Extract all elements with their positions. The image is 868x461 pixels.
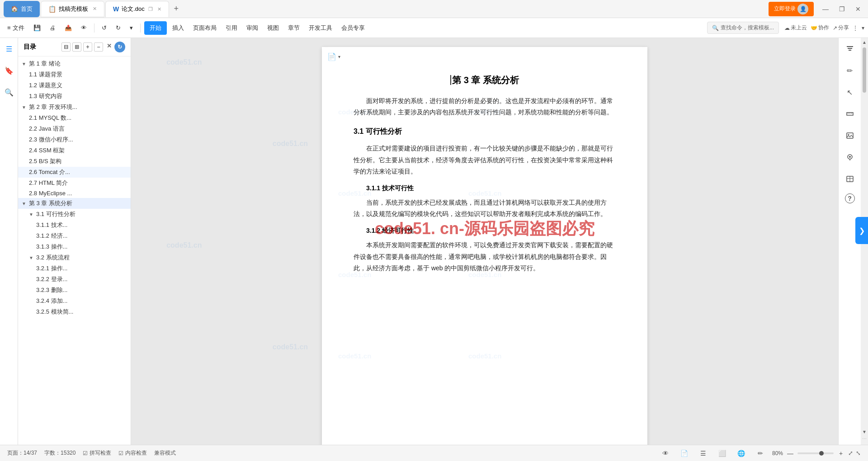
tab-doc[interactable]: W 论文.doc ❐ ✕ (105, 1, 169, 17)
zoom-slider-thumb[interactable] (819, 451, 824, 456)
scroll-thumb[interactable] (863, 47, 866, 93)
cloud-button[interactable]: ☁ 未上云 (784, 24, 807, 32)
collab-button[interactable]: 🤝 协作 (811, 24, 829, 32)
dropdown-button[interactable]: ▾ (126, 21, 137, 35)
toc-3-1-1[interactable]: 3.1.1 技术... (18, 220, 131, 230)
toc-3-1[interactable]: ▼ 3.1 可行性分析 (18, 209, 131, 220)
template-tab-icon: 📋 (48, 5, 56, 13)
restore-button[interactable]: ❐ (835, 3, 848, 15)
review-button[interactable]: 审阅 (243, 21, 262, 35)
undo-button[interactable]: ↺ (98, 21, 110, 35)
sidebar-add[interactable]: + (83, 42, 92, 52)
search-icon-btn[interactable]: 🔍 (2, 85, 16, 99)
toc-2-6[interactable]: 2.6 Tomcat 介... (18, 167, 131, 178)
toc-3-2-4[interactable]: 3.2.4 添加... (18, 296, 131, 306)
share-label: 分享 (838, 24, 849, 32)
file-menu-button[interactable]: ≡ 文件 (4, 21, 28, 35)
add-tab-button[interactable]: + (170, 3, 183, 15)
template-tab-close[interactable]: ✕ (93, 6, 97, 12)
minimize-button[interactable]: — (819, 3, 832, 15)
content-check-btn[interactable]: ☑ 内容检查 (118, 449, 147, 457)
insert-button[interactable]: 插入 (169, 21, 188, 35)
toc-3-2-5[interactable]: 3.2.5 模块简... (18, 306, 131, 317)
layout-button[interactable]: 页面布局 (189, 21, 220, 35)
toc-1-3[interactable]: 1.3 研究内容 (18, 91, 131, 102)
pen-icon-btn[interactable]: ✏ (843, 63, 857, 78)
sidebar-collapse-all[interactable]: ⊟ (61, 42, 71, 52)
fullscreen-btn[interactable]: ⤡ (856, 450, 861, 456)
spell-check-btn[interactable]: ☑ 拼写检查 (83, 449, 111, 457)
map-icon-btn[interactable] (843, 150, 857, 165)
doc-tab-close[interactable]: ✕ (157, 6, 161, 12)
section-31-title: 3.1 可行性分析 (354, 127, 616, 136)
view-mode-grid-btn[interactable]: ⬜ (715, 446, 730, 461)
toc-ch2[interactable]: ▼ 第 2 章 开发环境... (18, 102, 131, 113)
devtools-button[interactable]: 开发工具 (305, 21, 336, 35)
toc-2-1[interactable]: 2.1 MYSQL 数... (18, 113, 131, 123)
toc-2-7[interactable]: 2.7 HTML 简介 (18, 178, 131, 188)
table-icon-btn[interactable] (843, 172, 857, 186)
toc-3-2-1[interactable]: 3.2.1 操作... (18, 263, 131, 274)
tab-home[interactable]: 🏠 首页 (4, 1, 40, 17)
bookmark-icon-btn[interactable]: 🔖 (2, 63, 16, 78)
zoom-plus-btn[interactable]: + (836, 449, 845, 458)
sidebar-remove[interactable]: − (94, 42, 103, 52)
view-mode-page-btn[interactable]: 📄 (677, 446, 692, 461)
zoom-minus-btn[interactable]: — (786, 449, 795, 458)
toc-1-2[interactable]: 1.2 课题意义 (18, 80, 131, 91)
toc-2-3[interactable]: 2.3 微信小程序... (18, 134, 131, 145)
float-expand-btn[interactable]: ❯ (855, 217, 868, 244)
search-box[interactable]: 🔍 查找命令，搜索模板... (707, 22, 779, 34)
doc-page-icon[interactable]: 📄 (327, 52, 336, 61)
toolbar-dropdown-button[interactable]: ▾ (862, 25, 864, 31)
reference-button[interactable]: 引用 (222, 21, 241, 35)
toc-ch1[interactable]: ▼ 第 1 章 绪论 (18, 58, 131, 69)
tab-template[interactable]: 📋 找稿壳模板 ✕ (41, 1, 104, 17)
toc-2-4[interactable]: 2.4 SSM 框架 (18, 145, 131, 156)
close-button[interactable]: ✕ (852, 3, 864, 15)
toc-3-2[interactable]: ▼ 3.2 系统流程 (18, 252, 131, 263)
filter-icon-btn[interactable] (843, 42, 857, 56)
scroll-down-arrow[interactable]: ▼ (862, 429, 867, 434)
cursor-icon-btn[interactable]: ↖ (843, 85, 857, 99)
redo-button[interactable]: ↻ (112, 21, 124, 35)
help-icon-btn[interactable]: ? (845, 193, 855, 203)
save-button[interactable]: 💾 (30, 21, 44, 35)
view-mode-web-btn[interactable]: 🌐 (734, 446, 749, 461)
scroll-up-arrow[interactable]: ▲ (862, 40, 867, 45)
share-button[interactable]: ↗ 分享 (833, 24, 849, 32)
print-button[interactable]: 🖨 (46, 21, 59, 35)
export-button[interactable]: 📤 (61, 21, 75, 35)
image-icon-btn[interactable] (843, 128, 857, 143)
login-button[interactable]: 立即登录 👤 (769, 2, 814, 16)
ruler-icon-btn[interactable] (843, 107, 857, 121)
member-button[interactable]: 会员专享 (338, 21, 368, 35)
more-options-button[interactable]: ⋮ (853, 25, 858, 31)
spell-check-icon: ☑ (83, 450, 88, 456)
doc-tab-restore-icon[interactable]: ❐ (148, 6, 153, 12)
doc-page-dropdown[interactable]: ▾ (338, 54, 340, 59)
start-button[interactable]: 开始 (144, 21, 167, 35)
toc-3-1-2[interactable]: 3.1.2 经济... (18, 230, 131, 241)
preview-button[interactable]: 👁 (77, 21, 90, 35)
toc-1-1[interactable]: 1.1 课题背景 (18, 69, 131, 80)
zoom-slider[interactable] (797, 452, 834, 454)
view-mode-list-btn[interactable]: ☰ (696, 446, 711, 461)
sidebar-refresh-btn[interactable]: ↻ (114, 42, 125, 52)
toc-2-2[interactable]: 2.2 Java 语言 (18, 123, 131, 134)
view-mode-eye-btn[interactable]: 👁 (658, 446, 673, 461)
toc-3-2-3[interactable]: 3.2.3 删除... (18, 285, 131, 296)
toc-3-1-3[interactable]: 3.1.3 操作... (18, 241, 131, 252)
view-button[interactable]: 视图 (264, 21, 283, 35)
sidebar-expand-all[interactable]: ⊞ (72, 42, 81, 52)
view-mode-edit-btn[interactable]: ✏ (753, 446, 768, 461)
scroll-options-btn[interactable]: ⋯ (862, 436, 867, 441)
toc-3-2-2[interactable]: 3.2.2 登录... (18, 274, 131, 285)
outline-icon-btn[interactable]: ☰ (2, 42, 16, 56)
sidebar-close-btn[interactable]: ✕ (107, 42, 112, 52)
chapter-button[interactable]: 章节 (284, 21, 303, 35)
toc-2-8[interactable]: 2.8 MyEclipse ... (18, 188, 131, 198)
toc-ch3[interactable]: ▼ 第 3 章 系统分析 (18, 198, 131, 209)
expand-btn[interactable]: ⤢ (848, 450, 853, 456)
toc-2-5[interactable]: 2.5 B/S 架构 (18, 156, 131, 167)
